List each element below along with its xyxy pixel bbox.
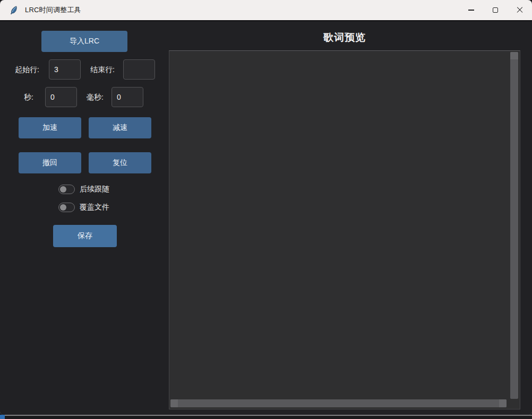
overwrite-toggle[interactable] [58, 203, 75, 212]
follow-toggle-label: 后续跟随 [80, 185, 109, 194]
client-area: 导入LRC 起始行: 结束行: 秒: 毫秒: 加速 减速 撤回 复位 后续跟随 [0, 22, 532, 415]
milliseconds-label: 毫秒: [87, 87, 104, 107]
follow-toggle[interactable] [58, 185, 75, 194]
end-line-label: 结束行: [90, 59, 115, 80]
overwrite-toggle-row: 覆盖文件 [58, 203, 109, 212]
lyrics-preview-content [170, 52, 509, 398]
minimize-icon [468, 10, 474, 10]
speed-up-button[interactable]: 加速 [19, 117, 81, 138]
tk-feather-icon [9, 5, 19, 15]
screen: LRC时间调整工具 导入LRC 起始行: 结束行: 秒: [0, 0, 532, 419]
titlebar: LRC时间调整工具 [0, 0, 532, 21]
slow-down-button[interactable]: 减速 [89, 117, 151, 138]
toggle-knob [60, 204, 66, 211]
start-line-input[interactable] [49, 59, 81, 80]
undo-button[interactable]: 撤回 [19, 152, 81, 173]
import-lrc-button[interactable]: 导入LRC [41, 31, 127, 52]
vertical-scrollbar[interactable] [510, 52, 518, 399]
overwrite-toggle-label: 覆盖文件 [80, 203, 109, 212]
reset-button[interactable]: 复位 [89, 152, 151, 173]
preview-title: 歌词预览 [169, 31, 520, 45]
seconds-label: 秒: [24, 87, 33, 107]
taskbar-edge [0, 415, 532, 419]
app-window: LRC时间调整工具 导入LRC 起始行: 结束行: 秒: [0, 0, 532, 415]
close-button[interactable] [508, 0, 532, 20]
maximize-icon [493, 7, 498, 13]
end-line-input[interactable] [123, 59, 155, 80]
follow-toggle-row: 后续跟随 [58, 185, 109, 194]
seconds-input[interactable] [45, 87, 77, 107]
toggle-knob [60, 186, 66, 193]
milliseconds-input[interactable] [111, 87, 143, 107]
maximize-button[interactable] [483, 0, 508, 20]
window-controls [459, 0, 532, 20]
taskbar-accent [0, 415, 5, 419]
close-icon [517, 7, 523, 13]
horizontal-scrollbar[interactable] [170, 399, 507, 407]
minimize-button[interactable] [459, 0, 483, 20]
lyrics-preview-textarea[interactable] [169, 50, 520, 409]
window-title: LRC时间调整工具 [25, 5, 81, 15]
start-line-label: 起始行: [15, 59, 39, 80]
save-button[interactable]: 保存 [53, 225, 117, 247]
